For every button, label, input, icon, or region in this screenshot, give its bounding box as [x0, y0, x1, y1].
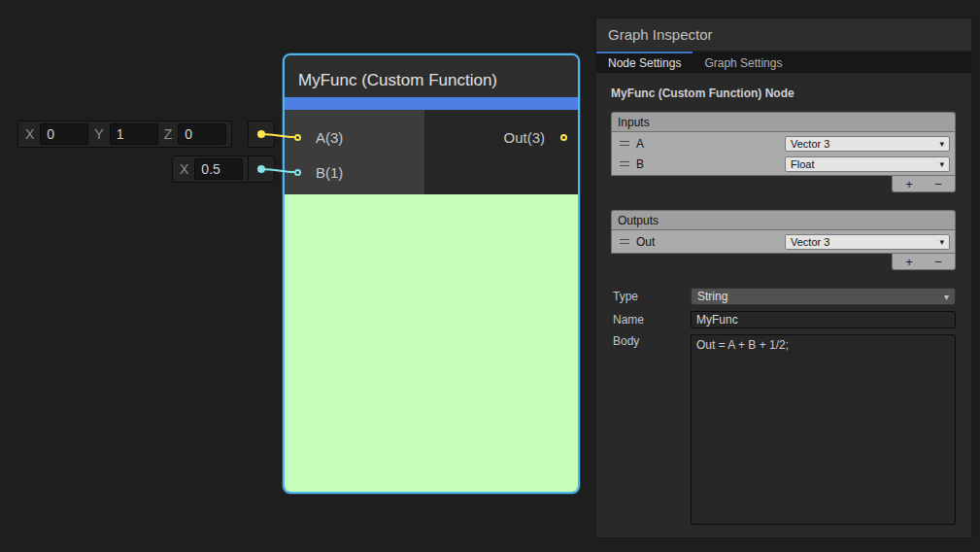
input-row-b-name: B: [636, 157, 785, 171]
output-port-out-label: Out(3): [503, 129, 545, 146]
inputs-footer-buttons: + −: [892, 176, 956, 192]
chevron-down-icon: ▾: [944, 292, 949, 302]
inputs-section: Inputs A Vector 3 ▾ B Float ▾ +: [611, 112, 956, 192]
node-accent-bar: [285, 97, 578, 110]
tab-node-settings-label: Node Settings: [608, 56, 681, 70]
vector3-x-field[interactable]: [40, 123, 88, 145]
port-row-b: B(1): [285, 155, 424, 190]
tab-graph-settings-label: Graph Settings: [704, 56, 782, 70]
outputs-section-footer: + −: [611, 254, 956, 270]
type-dropdown-value: String: [697, 290, 727, 303]
inspector-title-bar[interactable]: Graph Inspector: [596, 18, 971, 52]
name-field[interactable]: [691, 311, 956, 328]
node-output-ports: Out(3): [424, 110, 578, 194]
remove-output-button[interactable]: −: [926, 255, 951, 269]
output-row-out-name: Out: [636, 235, 785, 249]
node-preview: [285, 194, 578, 492]
float-x-field[interactable]: [194, 158, 243, 180]
input-row-a-name: A: [636, 137, 785, 151]
input-port-a-icon[interactable]: [294, 134, 301, 141]
node-settings-heading: MyFunc (Custom Function) Node: [611, 86, 956, 100]
outputs-section-header: Outputs: [611, 210, 956, 229]
node-ports: A(3) B(1) Out(3): [285, 110, 578, 194]
tab-graph-settings[interactable]: Graph Settings: [693, 52, 794, 73]
node-title: MyFunc (Custom Function): [298, 71, 497, 90]
output-out-type-value: Vector 3: [791, 236, 829, 248]
add-output-button[interactable]: +: [896, 255, 922, 269]
vector3-property-widget[interactable]: X Y Z: [17, 121, 232, 148]
input-a-type-dropdown[interactable]: Vector 3 ▾: [785, 136, 950, 152]
float-property-widget[interactable]: X: [172, 155, 249, 183]
drag-handle-icon[interactable]: [620, 239, 629, 244]
outputs-section: Outputs Out Vector 3 ▾ + −: [611, 210, 956, 270]
drag-handle-icon[interactable]: [620, 141, 629, 146]
inputs-section-header: Inputs: [611, 112, 956, 131]
name-row: Name: [613, 311, 956, 328]
add-input-button[interactable]: +: [896, 177, 922, 191]
outputs-footer-buttons: + −: [892, 254, 956, 270]
float-output-connector[interactable]: [248, 155, 275, 183]
input-row-a[interactable]: A Vector 3 ▾: [614, 133, 953, 154]
input-port-a-label: A(3): [316, 129, 343, 146]
inspector-title: Graph Inspector: [608, 26, 713, 43]
axis-label-x: X: [178, 161, 190, 177]
drag-handle-icon[interactable]: [620, 161, 629, 166]
chevron-down-icon: ▾: [939, 139, 944, 149]
input-port-b-label: B(1): [316, 164, 343, 181]
output-row-out[interactable]: Out Vector 3 ▾: [614, 231, 953, 252]
inputs-section-footer: + −: [611, 176, 956, 192]
node-header[interactable]: MyFunc (Custom Function): [285, 55, 578, 97]
port-row-out: Out(3): [424, 120, 578, 155]
axis-label-x: X: [23, 126, 36, 142]
chevron-down-icon: ▾: [939, 237, 944, 247]
output-out-type-dropdown[interactable]: Vector 3 ▾: [785, 234, 950, 250]
inputs-section-body: A Vector 3 ▾ B Float ▾: [611, 131, 956, 176]
type-dropdown[interactable]: String ▾: [691, 288, 956, 305]
axis-label-y: Y: [92, 126, 105, 142]
vector3-y-field[interactable]: [110, 123, 158, 145]
inspector-tab-bar: Node Settings Graph Settings: [596, 52, 971, 73]
body-label: Body: [613, 334, 691, 348]
input-b-type-dropdown[interactable]: Float ▾: [785, 156, 950, 172]
input-row-b[interactable]: B Float ▾: [614, 154, 953, 174]
vector3-connector-dot-icon[interactable]: [257, 130, 265, 138]
remove-input-button[interactable]: −: [926, 177, 951, 191]
float-connector-dot-icon[interactable]: [257, 165, 265, 173]
body-field[interactable]: Out = A + B + 1/2;: [691, 334, 956, 525]
custom-function-node[interactable]: MyFunc (Custom Function) A(3) B(1) Out(3…: [283, 53, 580, 494]
port-row-a: A(3): [285, 120, 424, 155]
chevron-down-icon: ▾: [939, 159, 944, 169]
axis-label-z: Z: [162, 126, 175, 142]
type-label: Type: [613, 290, 691, 303]
input-a-type-value: Vector 3: [791, 138, 829, 150]
name-label: Name: [613, 313, 691, 327]
vector3-z-field[interactable]: [178, 123, 226, 145]
outputs-section-body: Out Vector 3 ▾: [611, 229, 956, 254]
node-input-ports: A(3) B(1): [285, 110, 424, 194]
type-row: Type String ▾: [613, 288, 956, 305]
output-port-out-icon[interactable]: [560, 134, 567, 141]
body-row: Body Out = A + B + 1/2;: [613, 334, 956, 525]
graph-inspector-panel: Graph Inspector Node Settings Graph Sett…: [595, 17, 972, 538]
vector3-output-connector[interactable]: [248, 121, 275, 148]
tab-node-settings[interactable]: Node Settings: [596, 52, 693, 73]
input-b-type-value: Float: [791, 158, 814, 170]
input-port-b-icon[interactable]: [294, 169, 301, 176]
